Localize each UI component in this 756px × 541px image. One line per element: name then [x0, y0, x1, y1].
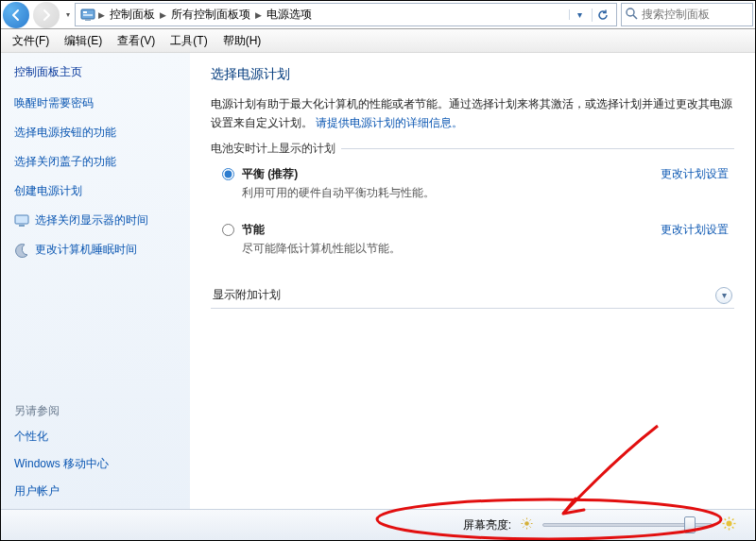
- chevron-right-icon: ▶: [255, 10, 262, 20]
- svg-line-25: [732, 519, 734, 521]
- plan-power-saver-desc: 尽可能降低计算机性能以节能。: [242, 241, 653, 257]
- svg-point-17: [727, 521, 732, 527]
- brightness-bar: 屏幕亮度:: [1, 509, 755, 540]
- see-also-header: 另请参阅: [14, 403, 177, 419]
- plan-power-saver: 节能 尽可能降低计算机性能以节能。 更改计划设置: [215, 216, 730, 272]
- sidebar-item-require-password[interactable]: 唤醒时需要密码: [14, 95, 94, 111]
- svg-point-8: [524, 521, 529, 526]
- svg-rect-3: [85, 19, 91, 21]
- menu-file[interactable]: 文件(F): [7, 31, 55, 51]
- sidebar-item-close-lid[interactable]: 选择关闭盖子的功能: [14, 154, 116, 170]
- svg-line-24: [725, 527, 727, 529]
- show-additional-plans-expander[interactable]: 显示附加计划 ▾: [211, 283, 734, 309]
- crumb-control-panel[interactable]: 控制面板: [107, 7, 158, 23]
- svg-line-15: [523, 527, 524, 528]
- plan-power-saver-radio[interactable]: [222, 224, 234, 236]
- brightness-label: 屏幕亮度:: [463, 517, 511, 533]
- show-additional-plans-label: 显示附加计划: [213, 287, 281, 303]
- svg-line-23: [732, 527, 734, 529]
- see-also-personalization[interactable]: 个性化: [14, 429, 48, 445]
- nav-back-button[interactable]: [3, 2, 29, 28]
- plan-power-saver-change-link[interactable]: 更改计划设置: [661, 222, 729, 238]
- menu-view[interactable]: 查看(V): [112, 31, 161, 51]
- see-also-user-accounts[interactable]: 用户帐户: [14, 483, 60, 499]
- plans-groupbox: 电池安时计上显示的计划 平衡 (推荐) 利用可用的硬件自动平衡功耗与性能。 更改…: [211, 148, 734, 276]
- plan-balanced-radio[interactable]: [222, 168, 234, 180]
- menu-tools[interactable]: 工具(T): [164, 31, 213, 51]
- menu-edit[interactable]: 编辑(E): [59, 31, 108, 51]
- page-description-text: 电源计划有助于最大化计算机的性能或者节能。通过选择计划来将其激活，或选择计划并通…: [211, 97, 732, 129]
- sidebar: 控制面板主页 唤醒时需要密码 选择电源按钮的功能 选择关闭盖子的功能 创建电源计…: [1, 53, 190, 511]
- sidebar-item-sleep-time[interactable]: 更改计算机睡眠时间: [35, 242, 137, 258]
- svg-line-16: [530, 519, 531, 520]
- main-content: 选择电源计划 电源计划有助于最大化计算机的性能或者节能。通过选择计划来将其激活，…: [190, 53, 755, 511]
- plans-group-legend: 电池安时计上显示的计划: [211, 141, 341, 157]
- search-icon: [626, 8, 638, 23]
- chevron-right-icon: ▶: [98, 10, 105, 20]
- moon-icon: [14, 243, 29, 258]
- see-also-mobility-center[interactable]: Windows 移动中心: [14, 456, 109, 472]
- address-bar: ▾ ▶ 控制面板 ▶ 所有控制面板项 ▶ 电源选项 ▾ 搜索控制面板: [1, 1, 755, 29]
- control-panel-icon: [79, 7, 96, 24]
- page-description: 电源计划有助于最大化计算机的性能或者节能。通过选择计划来将其激活，或选择计划并通…: [211, 94, 734, 133]
- monitor-icon: [14, 213, 29, 228]
- brightness-slider[interactable]: [542, 516, 713, 533]
- menu-bar: 文件(F) 编辑(E) 查看(V) 工具(T) 帮助(H): [1, 29, 755, 53]
- address-dropdown-button[interactable]: ▾: [569, 9, 590, 20]
- sidebar-item-display-off-time[interactable]: 选择关闭显示器的时间: [35, 212, 148, 228]
- search-placeholder: 搜索控制面板: [642, 7, 710, 23]
- breadcrumb[interactable]: ▶ 控制面板 ▶ 所有控制面板项 ▶ 电源选项 ▾: [75, 3, 617, 26]
- brightness-slider-thumb[interactable]: [684, 516, 696, 533]
- menu-help[interactable]: 帮助(H): [217, 31, 267, 51]
- svg-rect-1: [83, 11, 87, 13]
- svg-rect-7: [19, 225, 25, 227]
- sun-dim-icon: [521, 517, 533, 533]
- plan-balanced: 平衡 (推荐) 利用可用的硬件自动平衡功耗与性能。 更改计划设置: [215, 161, 730, 216]
- sidebar-item-power-button[interactable]: 选择电源按钮的功能: [14, 125, 116, 141]
- chevron-down-icon: ▾: [715, 287, 732, 304]
- svg-line-5: [633, 15, 637, 19]
- plan-balanced-change-link[interactable]: 更改计划设置: [661, 166, 729, 182]
- sidebar-home-link[interactable]: 控制面板主页: [14, 64, 177, 80]
- svg-line-14: [530, 527, 531, 528]
- sun-bright-icon: [722, 516, 736, 533]
- see-also-section: 另请参阅 个性化 Windows 移动中心 用户帐户: [14, 403, 177, 499]
- crumb-power-options[interactable]: 电源选项: [264, 7, 315, 23]
- svg-rect-6: [15, 215, 28, 224]
- chevron-right-icon: ▶: [160, 10, 166, 20]
- nav-history-dropdown[interactable]: ▾: [61, 1, 75, 28]
- plan-balanced-desc: 利用可用的硬件自动平衡功耗与性能。: [242, 185, 653, 201]
- svg-line-13: [523, 519, 524, 520]
- refresh-button[interactable]: [592, 8, 612, 22]
- plan-power-saver-name: 节能: [242, 222, 653, 238]
- window-body: 控制面板主页 唤醒时需要密码 选择电源按钮的功能 选择关闭盖子的功能 创建电源计…: [1, 53, 755, 511]
- svg-line-22: [725, 519, 727, 521]
- plan-details-link[interactable]: 请提供电源计划的详细信息。: [316, 116, 463, 129]
- page-title: 选择电源计划: [211, 66, 734, 83]
- svg-rect-2: [83, 14, 93, 16]
- svg-point-4: [627, 8, 634, 16]
- crumb-all-items[interactable]: 所有控制面板项: [168, 7, 253, 23]
- sidebar-item-create-plan[interactable]: 创建电源计划: [14, 183, 82, 199]
- plan-balanced-name: 平衡 (推荐): [242, 166, 653, 182]
- search-control-panel-input[interactable]: 搜索控制面板: [621, 3, 753, 26]
- nav-forward-button[interactable]: [33, 2, 60, 28]
